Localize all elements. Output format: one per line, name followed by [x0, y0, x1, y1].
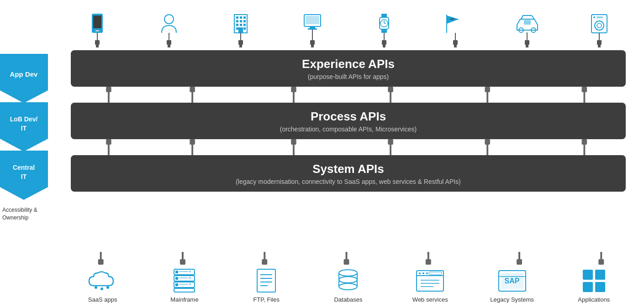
svg-rect-17	[167, 40, 171, 45]
svg-rect-161	[595, 282, 605, 292]
svg-rect-79	[190, 87, 195, 92]
svg-rect-98	[486, 145, 488, 155]
svg-rect-107	[346, 252, 348, 259]
svg-rect-125	[189, 277, 191, 279]
web-services-label: Web services	[412, 296, 448, 303]
svg-rect-128	[179, 284, 188, 285]
svg-rect-35	[239, 45, 241, 47]
svg-point-149	[426, 272, 428, 274]
car-icon-item	[505, 14, 550, 50]
svg-rect-57	[453, 40, 458, 45]
process-api-box: Process APIs (orchestration, composable …	[71, 103, 626, 139]
svg-rect-39	[310, 26, 315, 28]
svg-rect-9	[93, 16, 101, 28]
svg-rect-40	[308, 28, 317, 30]
plug-connector	[88, 14, 106, 50]
right-content: Experience APIs (purpose-built APIs for …	[53, 0, 644, 303]
applications-label: Applications	[578, 296, 610, 303]
building-icon-item	[218, 14, 264, 50]
svg-rect-83	[388, 87, 393, 92]
svg-rect-150	[429, 272, 442, 275]
svg-point-144	[339, 283, 357, 290]
svg-rect-21	[236, 16, 238, 19]
svg-rect-81	[291, 87, 296, 92]
svg-rect-24	[236, 20, 238, 22]
system-api-box: System APIs (legacy modernisation, conne…	[71, 155, 626, 192]
svg-rect-97	[485, 139, 490, 145]
svg-rect-101	[100, 252, 102, 259]
svg-text:App Dev: App Dev	[10, 70, 38, 78]
svg-rect-42	[310, 40, 315, 45]
main-container: App Dev LoB Dev/ IT Central IT Accessibi…	[0, 0, 644, 303]
svg-rect-104	[180, 259, 185, 265]
svg-rect-108	[344, 259, 349, 265]
process-api-section: Process APIs (orchestration, composable …	[62, 103, 635, 139]
appliance-icon-item	[576, 14, 622, 50]
svg-rect-23	[243, 16, 246, 19]
svg-rect-64	[525, 40, 529, 45]
svg-point-147	[419, 272, 421, 274]
svg-rect-76	[106, 87, 111, 92]
svg-rect-34	[238, 40, 243, 45]
svg-point-116	[100, 287, 103, 290]
svg-rect-95	[388, 139, 393, 145]
svg-rect-96	[390, 145, 391, 155]
svg-rect-123	[175, 277, 178, 280]
svg-rect-100	[583, 145, 585, 155]
experience-api-subtitle: (purpose-built APIs for apps)	[308, 73, 389, 80]
svg-rect-66	[527, 45, 528, 47]
mobile-icon-item	[74, 14, 120, 50]
ftp-label: FTP, Files	[253, 296, 280, 303]
svg-rect-102	[98, 259, 104, 265]
svg-point-68	[595, 21, 604, 30]
svg-rect-13	[96, 45, 97, 47]
monitor-icon-item	[290, 14, 335, 50]
svg-rect-43	[311, 45, 312, 47]
svg-rect-74	[598, 45, 599, 47]
svg-rect-29	[243, 24, 246, 26]
svg-rect-19	[169, 45, 170, 47]
ftp-icon-item: FTP, Files	[237, 268, 296, 303]
svg-rect-80	[191, 92, 193, 103]
svg-rect-59	[455, 45, 457, 47]
legacy-systems-icon-item: SAP Legacy Systems	[482, 268, 542, 303]
experience-api-title: Experience APIs	[302, 57, 395, 71]
svg-point-69	[597, 23, 602, 28]
svg-rect-10	[95, 30, 99, 31]
central-it-label: Central IT	[0, 151, 53, 200]
svg-rect-160	[583, 282, 593, 292]
svg-rect-129	[189, 283, 191, 285]
lob-dev-label: LoB Dev/ IT	[0, 102, 53, 152]
svg-rect-112	[517, 259, 522, 265]
svg-point-115	[95, 286, 97, 289]
connectors-exp-proc	[62, 87, 635, 103]
svg-point-70	[593, 16, 595, 18]
svg-rect-93	[291, 139, 296, 145]
svg-rect-26	[243, 20, 246, 22]
svg-rect-114	[598, 259, 604, 265]
svg-marker-0	[0, 54, 48, 103]
svg-rect-22	[240, 16, 242, 19]
svg-rect-89	[106, 139, 111, 145]
svg-rect-106	[262, 259, 267, 265]
svg-rect-124	[179, 277, 188, 278]
svg-rect-14	[97, 45, 99, 47]
watch-icon-item	[361, 14, 407, 50]
svg-text:Central: Central	[13, 164, 35, 171]
process-api-subtitle: (orchestration, composable APIs, Microse…	[280, 125, 417, 133]
svg-rect-25	[240, 20, 242, 22]
svg-rect-127	[175, 283, 178, 286]
svg-rect-86	[486, 92, 488, 103]
svg-rect-110	[426, 259, 431, 265]
svg-text:IT: IT	[21, 125, 27, 132]
svg-rect-62	[524, 20, 531, 25]
svg-rect-75	[599, 45, 601, 47]
legacy-systems-label: Legacy Systems	[490, 296, 533, 303]
api-layers: Experience APIs (purpose-built APIs for …	[53, 50, 644, 252]
svg-rect-87	[582, 87, 587, 92]
svg-rect-90	[108, 145, 110, 155]
saas-icon-item: SaaS apps	[73, 268, 132, 303]
svg-rect-18	[168, 45, 169, 47]
svg-rect-105	[264, 252, 265, 259]
svg-rect-120	[179, 271, 188, 272]
